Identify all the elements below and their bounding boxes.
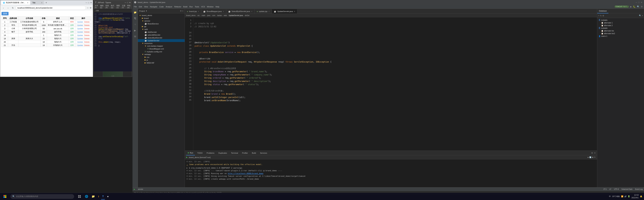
- project-collapse[interactable]: ≡: [182, 10, 183, 12]
- update-btn[interactable]: Update: [77, 28, 83, 30]
- bc-web[interactable]: web: [224, 14, 227, 16]
- browser-tab-2[interactable]: Title ✕: [31, 1, 44, 4]
- db-users[interactable]: 👤 users 1: [597, 35, 644, 37]
- db-add-icon[interactable]: +: [598, 14, 600, 17]
- code-text[interactable]: // create by syh // 2022/3/31 12:02 @Web…: [193, 17, 597, 151]
- menu-edit[interactable]: Edit: [139, 6, 142, 8]
- typora-close[interactable]: ✕: [129, 1, 131, 4]
- update-btn[interactable]: Update: [77, 41, 83, 43]
- maven-icon[interactable]: M: [133, 34, 138, 39]
- tab-duplicates[interactable]: Duplicates: [217, 151, 228, 155]
- tab-brand-mapper[interactable]: ☕ BrandMapper.java ✕: [201, 9, 226, 13]
- tree-resources[interactable]: ▼ resources: [138, 42, 185, 45]
- update-btn[interactable]: Update: [77, 24, 83, 26]
- delete-btn[interactable]: Delete: [84, 44, 90, 46]
- taskbar-edge[interactable]: 🌐: [84, 194, 90, 200]
- menu-code[interactable]: Code: [159, 6, 164, 8]
- tab-problems[interactable]: Problems: [205, 151, 216, 155]
- tab-update-jsp[interactable]: ◈ update.jsp ✕: [254, 9, 272, 13]
- tab-terminal[interactable]: Terminal: [230, 151, 240, 155]
- delete-btn[interactable]: Delete: [84, 41, 90, 43]
- delete-btn[interactable]: Delete: [84, 21, 90, 23]
- bc-doget[interactable]: doGet: [245, 14, 250, 16]
- update-btn[interactable]: Update: [77, 44, 83, 46]
- db-filter-icon[interactable]: 🔍: [639, 14, 641, 17]
- bc-src[interactable]: src: [198, 14, 200, 16]
- back-btn[interactable]: ‹: [2, 6, 5, 10]
- localhost-link[interactable]: http://localhost:8080/brand_demo: [228, 172, 263, 175]
- delete-btn[interactable]: Delete: [84, 24, 90, 26]
- browser-tab2-close[interactable]: ✕: [41, 2, 42, 4]
- debug-btn[interactable]: 🐛: [633, 5, 636, 8]
- settings-btn[interactable]: ⚙: [641, 5, 643, 8]
- tree-brand-service[interactable]: ☕ BrandService: [138, 22, 185, 25]
- run-config-icon[interactable]: ▶: [133, 28, 138, 33]
- notification-icon[interactable]: 🔔: [640, 195, 642, 198]
- tab-mapper-close[interactable]: ✕: [223, 10, 224, 12]
- db-mybatis[interactable]: 🗄 mybatis: [597, 19, 644, 21]
- battery-icon[interactable]: 🔋: [628, 195, 630, 198]
- language-indicator[interactable]: 中: [609, 195, 611, 198]
- menu-refactor[interactable]: Refactor: [174, 6, 181, 8]
- db-settings-icon[interactable]: ⚙: [602, 14, 604, 17]
- taskbar-intellij[interactable]: I: [97, 194, 100, 200]
- typora-maximize[interactable]: □: [127, 1, 128, 4]
- tree-update-servlet[interactable]: ☕ UpdateServlet: [138, 39, 185, 42]
- update-btn[interactable]: Update: [77, 38, 83, 40]
- start-button[interactable]: [2, 194, 8, 199]
- address-bar[interactable]: localhost:8080/brand_demo/UpdateServlet: [16, 6, 86, 10]
- status-event-log[interactable]: Event Log: [635, 188, 643, 190]
- db-refresh-icon[interactable]: ↻: [600, 14, 602, 17]
- taskbar-search[interactable]: 🔍 在这里输入你要搜索的内容: [10, 194, 74, 199]
- tree-mybatis-config[interactable]: ⊞ mybatis-config.xml: [138, 50, 185, 53]
- menu-file[interactable]: File: [134, 6, 137, 8]
- menu-file[interactable]: 文件(F): [95, 4, 98, 9]
- tab-selectbyid-close[interactable]: ✕: [251, 10, 252, 12]
- tab-build[interactable]: Build: [250, 151, 258, 155]
- tomcat-badge[interactable]: TOMCAT 7.0.7...: [614, 5, 629, 8]
- bc-main[interactable]: main: [202, 14, 205, 16]
- delete-btn[interactable]: Delete: [84, 34, 90, 36]
- delete-btn[interactable]: Delete: [84, 28, 90, 30]
- idea-maximize[interactable]: □: [638, 1, 640, 3]
- tree-brand-demo[interactable]: ▼ brand_demo: [138, 14, 185, 17]
- menu-navigate[interactable]: Navigate: [150, 6, 157, 8]
- extensions-btn[interactable]: ⚙: [90, 7, 92, 9]
- menu-vcs[interactable]: VCS: [201, 6, 205, 8]
- structure-icon[interactable]: 🏗: [133, 16, 138, 21]
- tree-selectall[interactable]: ☕ selectAllServlet: [138, 33, 185, 36]
- menu-tools[interactable]: Tools: [195, 6, 199, 8]
- tab-updateservlet-close[interactable]: ✕: [294, 10, 295, 12]
- db-collapse-icon[interactable]: ≡: [642, 14, 643, 17]
- project-icon[interactable]: 📁: [133, 10, 138, 15]
- tree-service[interactable]: ▼ service: [138, 19, 185, 22]
- db-altbis2[interactable]: 📋 alternate bis2: [597, 32, 644, 35]
- tab-run[interactable]: ▶ Run: [186, 151, 195, 155]
- minimize-btn[interactable]: ─: [86, 1, 87, 4]
- tree-util[interactable]: ▶ util: [138, 25, 185, 28]
- tree-web[interactable]: ▼ web: [138, 28, 185, 31]
- wifi-icon[interactable]: 📶: [621, 195, 623, 198]
- menu-edit[interactable]: 编辑(E): [100, 4, 104, 9]
- menu-analyze[interactable]: Analyze: [166, 6, 172, 8]
- delete-btn[interactable]: Delete: [84, 31, 90, 33]
- tree-brand-mapper-xml[interactable]: ⊞ BrandMapper.xml: [138, 47, 185, 50]
- panel-settings-icon[interactable]: ⚙: [591, 152, 593, 154]
- update-btn[interactable]: Update: [77, 31, 83, 33]
- update-btn[interactable]: Update: [77, 21, 83, 23]
- taskbar-chrome[interactable]: ●: [106, 194, 110, 200]
- tree-brand[interactable]: ▶ brand: [138, 17, 185, 19]
- menu-help[interactable]: 帮助(H): [127, 4, 131, 9]
- tab-brand-close[interactable]: ✕: [198, 10, 199, 12]
- browser-tab-active[interactable]: 🌐 高品程序员最新视（JavaWeb/品牌）- G... ✕: [1, 1, 30, 5]
- db-tab[interactable]: Database: [597, 9, 608, 13]
- tab-select-by-id[interactable]: ☕ SelectByIdServlet.java ✕: [226, 9, 254, 13]
- tree-js[interactable]: ▶ js: [138, 59, 185, 61]
- close-btn[interactable]: ✕: [90, 1, 92, 4]
- maximize-btn[interactable]: □: [88, 1, 89, 4]
- bc-brand-demo[interactable]: brand_demo: [186, 14, 196, 16]
- delete-btn[interactable]: Delete: [84, 38, 90, 40]
- browser-tab-close[interactable]: ✕: [27, 2, 28, 4]
- tab-updatejsp-close[interactable]: ✕: [268, 10, 270, 12]
- tree-webapp[interactable]: ▼ webapp: [138, 53, 185, 56]
